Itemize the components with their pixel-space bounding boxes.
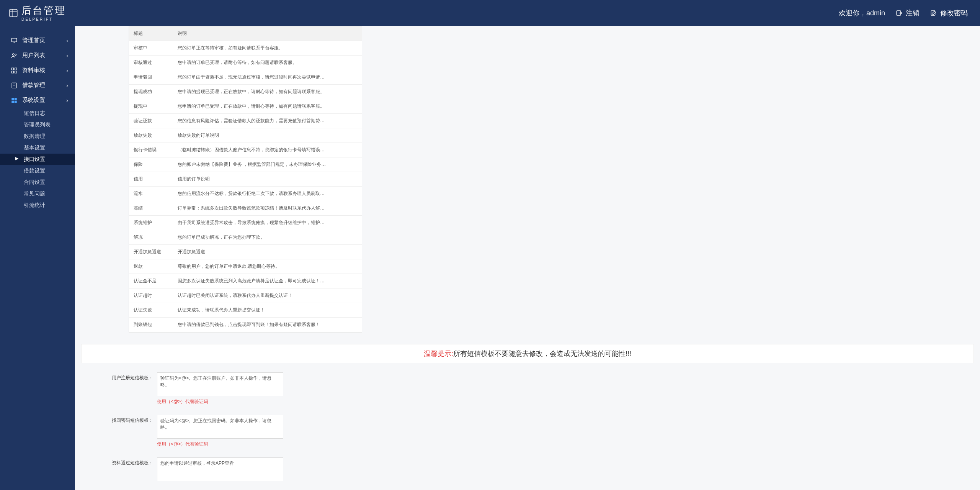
table-row[interactable]: 验证还款您的信息有风险评估，需验证借款人的还款能力，需要充值预付首期贷… xyxy=(129,114,362,128)
svg-rect-12 xyxy=(15,98,17,100)
subnav-data-clean[interactable]: 数据清理 xyxy=(0,131,75,142)
subnav: 短信日志 管理员列表 数据清理 基本设置 接口设置 借款设置 合同设置 常见问题… xyxy=(0,108,75,211)
cell-desc: 您的信用流水分不达标，贷款银行拒绝二次下款，请联系办理人员刷取… xyxy=(173,187,343,201)
sidebar: 管理首页 › 用户列表 › 资料审核 › 借款 xyxy=(0,26,75,490)
cell-desc: （临时冻结转账）因借款人账户信息不符，您绑定的银行卡号填写错误… xyxy=(173,143,343,157)
cell-title: 申请驳回 xyxy=(129,70,173,85)
table-row[interactable]: 放款失败放款失败的订单说明 xyxy=(129,128,362,143)
form-row-register: 用户注册短信模板： 使用（<@>）代替验证码 xyxy=(75,372,980,405)
table-row[interactable]: 审核中您的订单正在等待审核，如有疑问请联系平台客服。 xyxy=(129,41,362,56)
svg-rect-7 xyxy=(15,68,17,70)
table-row[interactable]: 申请驳回您的订单由于资质不足，现无法通过审核，请您过段时间再次尝试申请… xyxy=(129,70,362,85)
form-label: 找回密码短信模板： xyxy=(84,415,153,424)
svg-rect-8 xyxy=(11,71,13,73)
svg-rect-0 xyxy=(10,9,17,17)
table-row[interactable]: 开通加急通道开通加急通道 xyxy=(129,245,362,259)
cell-op xyxy=(343,114,362,128)
cell-desc: 放款失败的订单说明 xyxy=(173,128,343,143)
cell-op xyxy=(343,56,362,70)
table-row[interactable]: 审核通过您申请的订单已受理，请耐心等待，如有问题请联系客服。 xyxy=(129,56,362,70)
cell-desc: 您的订单由于资质不足，现无法通过审核，请您过段时间再次尝试申请… xyxy=(173,70,343,85)
table-row[interactable]: 流水您的信用流水分不达标，贷款银行拒绝二次下款，请联系办理人员刷取… xyxy=(129,187,362,201)
table-row[interactable]: 认证金不足因您多次认证失败系统已列入高危账户请补足认证金，即可完成认证！… xyxy=(129,274,362,288)
table-row[interactable]: 退款尊敬的用户，您的订单正申请退款,请您耐心等待。 xyxy=(129,259,362,274)
cell-op xyxy=(343,172,362,187)
cell-title: 退款 xyxy=(129,259,173,274)
cell-title: 验证还款 xyxy=(129,114,173,128)
logout-label: 注销 xyxy=(906,8,920,18)
table-row[interactable]: 到账钱包您申请的借款已到钱包，点击提现即可到账！如果有疑问请联系客服！ xyxy=(129,318,362,332)
subnav-contract-settings[interactable]: 合同设置 xyxy=(0,177,75,188)
nav-loan[interactable]: 借款管理 › xyxy=(0,78,75,93)
grid-icon xyxy=(11,67,18,74)
nav-users[interactable]: 用户列表 › xyxy=(0,48,75,63)
nav-system[interactable]: 系统设置 › xyxy=(0,93,75,108)
cell-title: 开通加急通道 xyxy=(129,245,173,259)
subnav-basic-settings[interactable]: 基本设置 xyxy=(0,142,75,154)
cell-op xyxy=(343,187,362,201)
cell-desc: 您的订单正在等待审核，如有疑问请联系平台客服。 xyxy=(173,41,343,56)
cell-op xyxy=(343,99,362,114)
approve-template-input[interactable] xyxy=(157,457,283,481)
form-row-approve: 资料通过短信模板： xyxy=(75,457,980,481)
table-row[interactable]: 解冻您的订单已成功解冻，正在为您办理下款。 xyxy=(129,230,362,245)
table-row[interactable]: 认证超时认证超时已关闭认证系统，请联系代办人重新提交认证！ xyxy=(129,288,362,303)
form-hint: 使用（<@>）代替验证码 xyxy=(157,441,283,447)
subnav-loan-settings[interactable]: 借款设置 xyxy=(0,165,75,177)
sms-template-form: 用户注册短信模板： 使用（<@>）代替验证码 找回密码短信模板： 使用（<@>）… xyxy=(75,372,980,481)
subnav-admin-list[interactable]: 管理员列表 xyxy=(0,119,75,131)
table-row[interactable]: 冻结订单异常：系统多次出款失败导致该笔款项冻结！请及时联系代办人解… xyxy=(129,201,362,216)
cell-title: 流水 xyxy=(129,187,173,201)
cell-desc: 尊敬的用户，您的订单正申请退款,请您耐心等待。 xyxy=(173,259,343,274)
logout-button[interactable]: 注销 xyxy=(896,8,920,18)
table-row[interactable]: 保险您的账户未缴纳【保险费】业务 ，根据监管部门规定，未办理保险业务… xyxy=(129,157,362,172)
chevron-right-icon: › xyxy=(66,97,68,103)
content-area: 标题 说明 审核中您的订单正在等待审核，如有疑问请联系平台客服。审核通过您申请的… xyxy=(75,26,980,490)
cell-title: 放款失败 xyxy=(129,128,173,143)
table-row[interactable]: 认证失败认证未成功，请联系代办人重新提交认证！ xyxy=(129,303,362,318)
svg-rect-11 xyxy=(11,98,14,100)
cell-title: 信用 xyxy=(129,172,173,187)
cell-desc: 认证超时已关闭认证系统，请联系代办人重新提交认证！ xyxy=(173,288,343,303)
change-password-button[interactable]: 修改密码 xyxy=(930,8,968,18)
cell-desc: 您的订单已成功解冻，正在为您办理下款。 xyxy=(173,230,343,245)
nav-label: 借款管理 xyxy=(22,82,45,89)
table-row[interactable]: 系统维护由于我司系统遭受异常攻击，导致系统瘫痪，现紧急升级维护中，维护… xyxy=(129,216,362,230)
nav-label: 系统设置 xyxy=(22,97,45,104)
table-row[interactable]: 信用信用的订单说明 xyxy=(129,172,362,187)
cell-title: 保险 xyxy=(129,157,173,172)
subnav-faq[interactable]: 常见问题 xyxy=(0,188,75,200)
brand-icon xyxy=(8,8,18,18)
nav-home[interactable]: 管理首页 › xyxy=(0,33,75,48)
register-template-input[interactable] xyxy=(157,372,283,396)
subnav-traffic-stats[interactable]: 引流统计 xyxy=(0,200,75,211)
reset-template-input[interactable] xyxy=(157,415,283,439)
message-table-wrap: 标题 说明 审核中您的订单正在等待审核，如有疑问请联系平台客服。审核通过您申请的… xyxy=(129,26,362,333)
table-row[interactable]: 银行卡错误（临时冻结转账）因借款人账户信息不符，您绑定的银行卡号填写错误… xyxy=(129,143,362,157)
cell-desc: 信用的订单说明 xyxy=(173,172,343,187)
table-row[interactable]: 提现成功您申请的提现已受理，正在放款中，请耐心等待，如有问题请联系客服。 xyxy=(129,85,362,99)
message-table: 标题 说明 审核中您的订单正在等待审核，如有疑问请联系平台客服。审核通过您申请的… xyxy=(129,26,362,332)
cell-op xyxy=(343,128,362,143)
cell-title: 到账钱包 xyxy=(129,318,173,332)
th-title: 标题 xyxy=(129,26,173,41)
cell-op xyxy=(343,216,362,230)
cell-op xyxy=(343,245,362,259)
svg-rect-10 xyxy=(12,83,16,88)
nav-review[interactable]: 资料审核 › xyxy=(0,63,75,78)
table-row[interactable]: 提现中您申请的订单已受理，正在放款中，请耐心等待，如有问题请联系客服。 xyxy=(129,99,362,114)
subnav-sms-log[interactable]: 短信日志 xyxy=(0,108,75,119)
cell-title: 系统维护 xyxy=(129,216,173,230)
cell-title: 认证超时 xyxy=(129,288,173,303)
cell-title: 提现成功 xyxy=(129,85,173,99)
chevron-right-icon: › xyxy=(66,67,68,74)
cell-op xyxy=(343,303,362,318)
subnav-api-settings[interactable]: 接口设置 xyxy=(0,154,75,165)
cell-op xyxy=(343,201,362,216)
cell-op xyxy=(343,85,362,99)
cell-title: 银行卡错误 xyxy=(129,143,173,157)
cell-desc: 开通加急通道 xyxy=(173,245,343,259)
cell-title: 解冻 xyxy=(129,230,173,245)
chevron-right-icon: › xyxy=(66,82,68,88)
svg-point-4 xyxy=(13,53,15,55)
